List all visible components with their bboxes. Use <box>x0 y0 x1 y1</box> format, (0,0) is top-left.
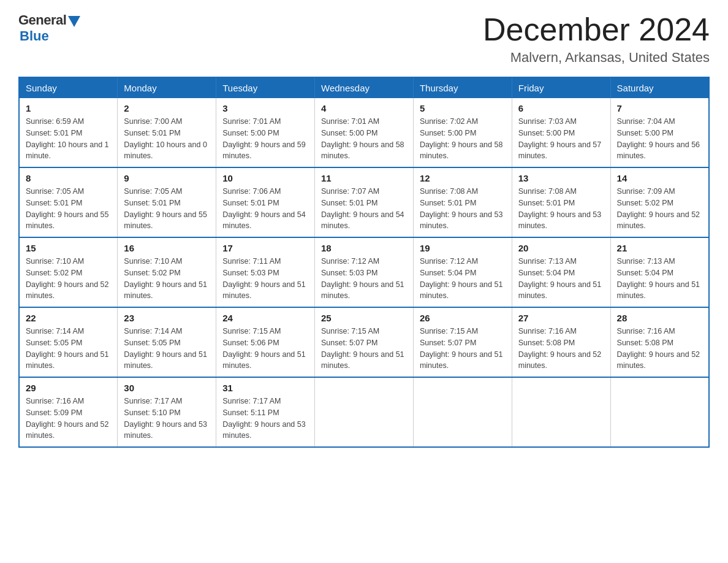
calendar-week-1: 1 Sunrise: 6:59 AMSunset: 5:01 PMDayligh… <box>19 98 709 167</box>
day-info: Sunrise: 7:02 AMSunset: 5:00 PMDaylight:… <box>420 117 503 160</box>
calendar-cell: 26 Sunrise: 7:15 AMSunset: 5:07 PMDaylig… <box>413 307 512 377</box>
day-number: 3 <box>222 103 308 113</box>
logo-general-text: General <box>18 12 66 28</box>
day-info: Sunrise: 7:17 AMSunset: 5:10 PMDaylight:… <box>124 397 207 440</box>
day-info: Sunrise: 7:00 AMSunset: 5:01 PMDaylight:… <box>124 117 207 160</box>
day-info: Sunrise: 7:16 AMSunset: 5:08 PMDaylight:… <box>518 327 602 370</box>
day-number: 14 <box>617 173 702 183</box>
day-number: 16 <box>124 243 210 253</box>
calendar-cell: 4 Sunrise: 7:01 AMSunset: 5:00 PMDayligh… <box>315 98 414 167</box>
day-info: Sunrise: 7:04 AMSunset: 5:00 PMDaylight:… <box>617 117 700 160</box>
logo: General Blue <box>18 12 80 44</box>
logo-blue-text: Blue <box>20 28 49 44</box>
page-header: General Blue December 2024 Malvern, Arka… <box>18 12 710 66</box>
day-header-thursday: Thursday <box>413 77 512 98</box>
day-header-wednesday: Wednesday <box>315 77 414 98</box>
day-header-saturday: Saturday <box>610 77 709 98</box>
day-info: Sunrise: 7:10 AMSunset: 5:02 PMDaylight:… <box>124 257 207 300</box>
calendar-cell: 27 Sunrise: 7:16 AMSunset: 5:08 PMDaylig… <box>512 307 610 377</box>
calendar-cell: 5 Sunrise: 7:02 AMSunset: 5:00 PMDayligh… <box>413 98 512 167</box>
day-number: 20 <box>518 243 604 253</box>
day-number: 8 <box>26 173 111 183</box>
calendar-cell: 8 Sunrise: 7:05 AMSunset: 5:01 PMDayligh… <box>19 167 118 237</box>
day-number: 24 <box>222 313 308 323</box>
title-block: December 2024 Malvern, Arkansas, United … <box>483 12 710 66</box>
calendar-week-4: 22 Sunrise: 7:14 AMSunset: 5:05 PMDaylig… <box>19 307 709 377</box>
day-number: 19 <box>420 243 506 253</box>
day-header-monday: Monday <box>118 77 216 98</box>
calendar-cell: 19 Sunrise: 7:12 AMSunset: 5:04 PMDaylig… <box>413 237 512 307</box>
day-number: 11 <box>321 173 407 183</box>
day-number: 12 <box>420 173 506 183</box>
logo-arrow-icon <box>68 16 80 27</box>
day-number: 9 <box>124 173 210 183</box>
day-number: 30 <box>124 383 210 393</box>
day-number: 23 <box>124 313 210 323</box>
day-number: 5 <box>420 103 506 113</box>
day-info: Sunrise: 7:03 AMSunset: 5:00 PMDaylight:… <box>518 117 602 160</box>
day-number: 13 <box>518 173 604 183</box>
day-info: Sunrise: 7:12 AMSunset: 5:03 PMDaylight:… <box>321 257 404 300</box>
day-header-friday: Friday <box>512 77 610 98</box>
calendar-cell: 11 Sunrise: 7:07 AMSunset: 5:01 PMDaylig… <box>315 167 414 237</box>
calendar-cell: 9 Sunrise: 7:05 AMSunset: 5:01 PMDayligh… <box>118 167 216 237</box>
day-info: Sunrise: 7:07 AMSunset: 5:01 PMDaylight:… <box>321 187 404 230</box>
day-info: Sunrise: 7:17 AMSunset: 5:11 PMDaylight:… <box>222 397 306 440</box>
day-info: Sunrise: 7:15 AMSunset: 5:07 PMDaylight:… <box>321 327 404 370</box>
calendar-cell: 21 Sunrise: 7:13 AMSunset: 5:04 PMDaylig… <box>610 237 709 307</box>
day-number: 21 <box>617 243 702 253</box>
day-info: Sunrise: 7:15 AMSunset: 5:07 PMDaylight:… <box>420 327 503 370</box>
location-subtitle: Malvern, Arkansas, United States <box>483 50 710 66</box>
day-number: 7 <box>617 103 702 113</box>
day-info: Sunrise: 7:13 AMSunset: 5:04 PMDaylight:… <box>518 257 602 300</box>
day-info: Sunrise: 7:05 AMSunset: 5:01 PMDaylight:… <box>26 187 109 230</box>
calendar-cell: 17 Sunrise: 7:11 AMSunset: 5:03 PMDaylig… <box>216 237 315 307</box>
calendar-table: SundayMondayTuesdayWednesdayThursdayFrid… <box>18 77 710 448</box>
day-info: Sunrise: 7:12 AMSunset: 5:04 PMDaylight:… <box>420 257 503 300</box>
day-info: Sunrise: 7:16 AMSunset: 5:09 PMDaylight:… <box>26 397 109 440</box>
calendar-week-5: 29 Sunrise: 7:16 AMSunset: 5:09 PMDaylig… <box>19 377 709 447</box>
calendar-cell: 23 Sunrise: 7:14 AMSunset: 5:05 PMDaylig… <box>118 307 216 377</box>
day-info: Sunrise: 7:01 AMSunset: 5:00 PMDaylight:… <box>321 117 404 160</box>
calendar-cell: 28 Sunrise: 7:16 AMSunset: 5:08 PMDaylig… <box>610 307 709 377</box>
day-number: 18 <box>321 243 407 253</box>
day-info: Sunrise: 7:15 AMSunset: 5:06 PMDaylight:… <box>222 327 306 370</box>
day-info: Sunrise: 7:09 AMSunset: 5:02 PMDaylight:… <box>617 187 700 230</box>
calendar-cell: 1 Sunrise: 6:59 AMSunset: 5:01 PMDayligh… <box>19 98 118 167</box>
calendar-body: 1 Sunrise: 6:59 AMSunset: 5:01 PMDayligh… <box>19 98 709 447</box>
day-number: 10 <box>222 173 308 183</box>
day-info: Sunrise: 7:16 AMSunset: 5:08 PMDaylight:… <box>617 327 700 370</box>
day-info: Sunrise: 6:59 AMSunset: 5:01 PMDaylight:… <box>26 117 109 160</box>
calendar-cell: 6 Sunrise: 7:03 AMSunset: 5:00 PMDayligh… <box>512 98 610 167</box>
calendar-cell: 24 Sunrise: 7:15 AMSunset: 5:06 PMDaylig… <box>216 307 315 377</box>
day-info: Sunrise: 7:05 AMSunset: 5:01 PMDaylight:… <box>124 187 207 230</box>
calendar-cell: 3 Sunrise: 7:01 AMSunset: 5:00 PMDayligh… <box>216 98 315 167</box>
day-number: 1 <box>26 103 111 113</box>
day-number: 6 <box>518 103 604 113</box>
calendar-cell <box>413 377 512 447</box>
day-info: Sunrise: 7:13 AMSunset: 5:04 PMDaylight:… <box>617 257 700 300</box>
calendar-cell: 29 Sunrise: 7:16 AMSunset: 5:09 PMDaylig… <box>19 377 118 447</box>
day-number: 4 <box>321 103 407 113</box>
calendar-cell: 25 Sunrise: 7:15 AMSunset: 5:07 PMDaylig… <box>315 307 414 377</box>
calendar-cell: 12 Sunrise: 7:08 AMSunset: 5:01 PMDaylig… <box>413 167 512 237</box>
calendar-cell: 7 Sunrise: 7:04 AMSunset: 5:00 PMDayligh… <box>610 98 709 167</box>
calendar-header: SundayMondayTuesdayWednesdayThursdayFrid… <box>19 77 709 98</box>
day-number: 31 <box>222 383 308 393</box>
day-number: 17 <box>222 243 308 253</box>
calendar-week-3: 15 Sunrise: 7:10 AMSunset: 5:02 PMDaylig… <box>19 237 709 307</box>
calendar-cell: 22 Sunrise: 7:14 AMSunset: 5:05 PMDaylig… <box>19 307 118 377</box>
calendar-cell: 2 Sunrise: 7:00 AMSunset: 5:01 PMDayligh… <box>118 98 216 167</box>
day-number: 2 <box>124 103 210 113</box>
calendar-cell: 15 Sunrise: 7:10 AMSunset: 5:02 PMDaylig… <box>19 237 118 307</box>
day-number: 25 <box>321 313 407 323</box>
calendar-cell: 31 Sunrise: 7:17 AMSunset: 5:11 PMDaylig… <box>216 377 315 447</box>
month-title: December 2024 <box>483 12 710 47</box>
day-number: 15 <box>26 243 111 253</box>
calendar-cell: 18 Sunrise: 7:12 AMSunset: 5:03 PMDaylig… <box>315 237 414 307</box>
day-number: 28 <box>617 313 702 323</box>
day-info: Sunrise: 7:08 AMSunset: 5:01 PMDaylight:… <box>420 187 503 230</box>
calendar-cell: 20 Sunrise: 7:13 AMSunset: 5:04 PMDaylig… <box>512 237 610 307</box>
calendar-cell: 30 Sunrise: 7:17 AMSunset: 5:10 PMDaylig… <box>118 377 216 447</box>
day-header-tuesday: Tuesday <box>216 77 315 98</box>
